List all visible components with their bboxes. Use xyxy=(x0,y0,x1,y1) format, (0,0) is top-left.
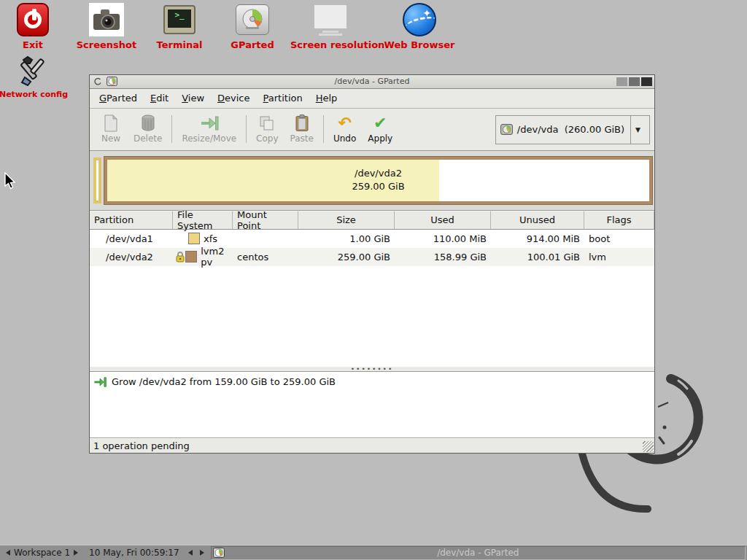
pane-splitter-handle[interactable]: •••••••• xyxy=(90,367,654,372)
partition-visual-vda2[interactable]: /dev/vda2 259.00 GiB xyxy=(104,157,652,204)
cell-unused: 914.00 MiB xyxy=(491,230,584,248)
menu-view[interactable]: View xyxy=(175,90,211,106)
desktop-icon-label: Network config xyxy=(0,90,74,99)
partition-table: Partition File System Mount Point Size U… xyxy=(90,211,654,368)
desktop-icon-screen-resolution[interactable]: Screen resolution xyxy=(290,2,371,50)
task-next-icon[interactable] xyxy=(200,550,204,556)
cell-mount-point xyxy=(233,230,298,248)
pending-operations-pane: Grow /dev/vda2 from 159.00 GiB to 259.00… xyxy=(90,372,654,438)
resize-move-icon xyxy=(200,114,219,132)
menu-device[interactable]: Device xyxy=(211,90,256,106)
cell-size: 1.00 GiB xyxy=(298,230,395,248)
cell-used: 158.99 GiB xyxy=(395,248,491,266)
desktop-icon-network-config[interactable]: Network config xyxy=(0,52,74,99)
header-mount-point[interactable]: Mount Point xyxy=(233,211,298,230)
delete-icon xyxy=(141,114,155,132)
window-title: /dev/vda - GParted xyxy=(90,77,654,86)
header-partition[interactable]: Partition xyxy=(90,211,173,230)
statusbar: 1 operation pending xyxy=(90,438,654,453)
tools-icon xyxy=(16,52,51,88)
menu-edit[interactable]: Edit xyxy=(144,90,175,106)
grow-arrow-icon xyxy=(93,377,107,387)
toolbar: New Delete Resize/Move Copy Paste xyxy=(90,109,654,151)
task-button-title: /dev/vda - GParted xyxy=(212,548,745,558)
resize-grip[interactable] xyxy=(643,441,654,452)
copy-icon xyxy=(259,114,275,132)
paste-icon xyxy=(295,114,309,132)
cell-partition: /dev/vda2 xyxy=(90,248,173,266)
desktop-icon-label: Web Browser xyxy=(379,39,460,50)
desktop-icon-label: Exit xyxy=(0,39,73,50)
desktop-icon-screenshot[interactable]: Screenshot xyxy=(66,2,147,50)
new-button[interactable]: New xyxy=(94,112,128,146)
undo-button[interactable]: ↶ Undo xyxy=(328,112,362,146)
paste-button[interactable]: Paste xyxy=(285,112,320,146)
header-used[interactable]: Used xyxy=(395,211,491,230)
menu-partition[interactable]: Partition xyxy=(257,90,309,106)
header-unused[interactable]: Unused xyxy=(491,211,584,230)
device-disk-icon xyxy=(500,124,513,135)
cell-flags: boot xyxy=(584,230,654,248)
cell-file-system: lvm2 pv xyxy=(173,248,233,266)
menubar: GParted Edit View Device Partition Help xyxy=(90,89,654,109)
cell-file-system: xfs xyxy=(173,230,233,248)
globe-icon: ✦ xyxy=(402,2,437,37)
cell-flags: lvm xyxy=(584,248,654,266)
partition-visual-vda1[interactable] xyxy=(93,158,101,203)
desktop-icon-gparted[interactable]: GParted xyxy=(212,2,293,50)
terminal-icon: >_ xyxy=(162,2,197,37)
header-file-system[interactable]: File System xyxy=(173,211,233,230)
task-button-gparted[interactable]: /dev/vda - GParted xyxy=(211,546,746,560)
cell-mount-point: centos xyxy=(233,248,298,266)
device-selector[interactable]: /dev/vda (260.00 GiB) ▼ xyxy=(495,115,650,144)
desktop-icon-label: GParted xyxy=(212,39,293,50)
desktop-icon-exit[interactable]: Exit xyxy=(0,2,73,50)
header-size[interactable]: Size xyxy=(298,211,395,230)
workspace-next-icon[interactable] xyxy=(74,550,78,556)
workspace-prev-icon[interactable] xyxy=(6,550,10,556)
desktop-icon-terminal[interactable]: >_ Terminal xyxy=(139,2,220,50)
fs-color-swatch xyxy=(188,233,200,244)
taskbar-clock: 10 May, Fri 00:59:17 xyxy=(89,548,179,558)
menu-help[interactable]: Help xyxy=(309,90,344,106)
desktop-icon-label: Screen resolution xyxy=(290,39,371,50)
lock-icon xyxy=(174,251,185,262)
splitter-dots-icon: •••••••• xyxy=(351,368,393,371)
cell-used: 110.00 MiB xyxy=(395,230,491,248)
maximize-button[interactable] xyxy=(629,77,640,86)
delete-button[interactable]: Delete xyxy=(128,112,168,146)
table-row-vda1[interactable]: /dev/vda1 xfs 1.00 GiB 110.00 MiB 914.00… xyxy=(90,230,654,248)
task-prev-icon[interactable] xyxy=(188,550,193,556)
undo-icon: ↶ xyxy=(338,114,351,132)
toolbar-separator xyxy=(171,115,172,143)
header-flags[interactable]: Flags xyxy=(584,211,654,230)
table-row-vda2[interactable]: /dev/vda2 lvm2 pv centos 259.00 GiB 158.… xyxy=(90,248,654,266)
taskbar: Workspace 1 10 May, Fri 00:59:17 /dev/vd… xyxy=(0,545,747,560)
partition-visual-label: /dev/vda2 259.00 GiB xyxy=(107,167,649,193)
minimize-button[interactable] xyxy=(616,77,627,86)
desktop-icon-label: Screenshot xyxy=(66,39,147,50)
apply-icon: ✔ xyxy=(374,114,387,132)
chevron-down-icon: ▼ xyxy=(631,126,645,133)
workspace-label[interactable]: Workspace 1 xyxy=(14,548,70,558)
disk-icon xyxy=(235,2,270,37)
device-selector-value: /dev/vda (260.00 GiB) xyxy=(517,124,624,135)
operation-text: Grow /dev/vda2 from 159.00 GiB to 259.00… xyxy=(112,376,336,387)
cell-size: 259.00 GiB xyxy=(298,248,395,266)
apply-button[interactable]: ✔ Apply xyxy=(362,112,398,146)
gparted-mini-icon xyxy=(213,548,225,558)
resize-move-button[interactable]: Resize/Move xyxy=(176,112,242,146)
menu-gparted[interactable]: GParted xyxy=(93,90,144,106)
monitor-icon xyxy=(313,2,348,37)
close-button[interactable] xyxy=(641,77,652,86)
operation-item[interactable]: Grow /dev/vda2 from 159.00 GiB to 259.00… xyxy=(93,376,651,387)
copy-button[interactable]: Copy xyxy=(250,112,284,146)
disk-visual-bar: /dev/vda2 259.00 GiB xyxy=(90,151,654,211)
titlebar[interactable]: /dev/vda - GParted xyxy=(90,75,654,89)
desktop-icon-web-browser[interactable]: ✦ Web Browser xyxy=(379,2,460,50)
cell-partition: /dev/vda1 xyxy=(90,230,173,248)
toolbar-separator xyxy=(246,115,247,143)
cell-unused: 100.01 GiB xyxy=(491,248,584,266)
status-text: 1 operation pending xyxy=(93,440,190,451)
gparted-window: /dev/vda - GParted GParted Edit View Dev… xyxy=(89,74,655,454)
